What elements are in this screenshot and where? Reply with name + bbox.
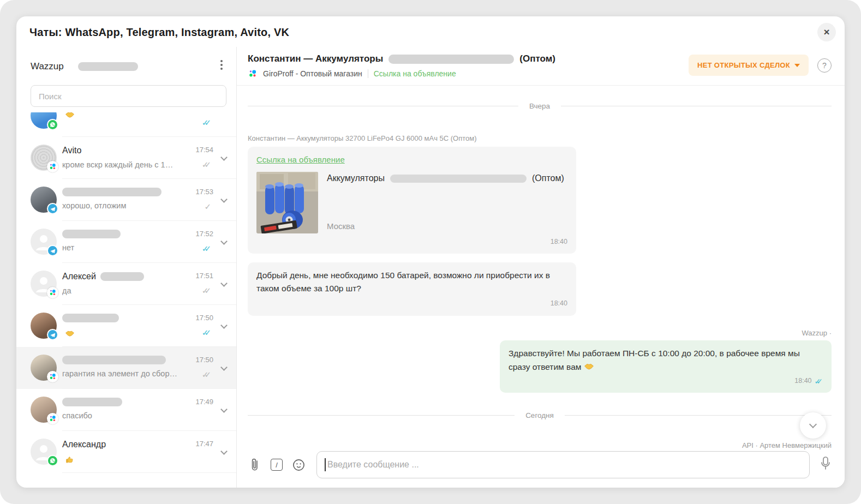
chevron-down-icon[interactable] [220, 448, 228, 455]
page-title: Чаты: WhatsApp, Telegram, Instagram, Avi… [29, 26, 289, 39]
read-status-icon: ✓✓ [815, 377, 823, 385]
chat-name: Александр [62, 440, 214, 449]
avatar [31, 145, 57, 171]
redacted-name [62, 356, 166, 364]
last-message [62, 112, 181, 119]
chat-time: 17:49 [195, 398, 213, 406]
channel-source: GiroProff - Оптовый магазин [263, 69, 362, 78]
chat-time: 17:47 [195, 440, 213, 448]
chevron-down-icon[interactable] [220, 322, 228, 329]
dropdown-arrow-icon [794, 64, 800, 67]
avito-icon [47, 161, 58, 172]
scroll-to-bottom-button[interactable] [800, 412, 826, 439]
telegram-icon [47, 329, 58, 340]
chat-panel: Константин — Аккумуляторы (Оптом) GiroPr… [237, 47, 845, 488]
delivered-status-icon: ✓✓ [202, 286, 211, 295]
chat-name: Avito [62, 146, 214, 155]
chat-time: 17:51 [195, 272, 213, 280]
last-message: спасибо [62, 411, 181, 420]
chat-name: Алексей [62, 272, 96, 281]
avito-icon [248, 69, 258, 79]
chat-time: 17:54 [195, 146, 213, 154]
chat-title: Константин — Аккумуляторы [248, 53, 383, 64]
avatar [31, 397, 57, 423]
app-window: Чаты: WhatsApp, Telegram, Instagram, Avi… [16, 16, 845, 488]
message-bubble-incoming: Добрый день, мне необходимо 150 батарей,… [248, 262, 576, 315]
handshake-emoji [64, 112, 75, 119]
redacted-name [100, 272, 144, 281]
delivered-status-icon: ✓✓ [202, 160, 211, 169]
redacted-title [388, 55, 514, 64]
composer: / [237, 451, 845, 488]
read-status-icon: ✓✓ [202, 328, 211, 337]
chevron-down-icon[interactable] [220, 406, 228, 413]
sent-status-icon: ✓✓ [204, 202, 211, 211]
sender-label: Wazzup · [802, 329, 832, 337]
delivered-status-icon: ✓✓ [202, 370, 211, 379]
chevron-down-icon[interactable] [220, 364, 228, 371]
chevron-down-icon[interactable] [220, 196, 228, 203]
whatsapp-icon [47, 119, 58, 130]
chevron-down-icon [809, 421, 817, 428]
emoji-icon[interactable] [289, 455, 308, 474]
list-item[interactable]: гарантия на элемент до сбор… 17:50 ✓✓ [16, 347, 236, 389]
attach-icon[interactable] [246, 455, 264, 474]
ad-link[interactable]: Ссылка на объявление [256, 155, 345, 164]
list-item[interactable]: хорошо, отложим 17:53 ✓✓ [16, 179, 236, 221]
kebab-menu-icon[interactable] [214, 58, 229, 72]
list-item[interactable]: нет 17:52 ✓✓ [16, 221, 236, 263]
date-divider: Сегодня [248, 411, 832, 419]
product-city: Москва [327, 220, 567, 233]
deals-dropdown-button[interactable]: НЕТ ОТКРЫТЫХ СДЕЛОК [689, 55, 809, 76]
close-icon[interactable]: × [817, 23, 836, 41]
templates-icon[interactable]: / [267, 455, 286, 474]
search-input[interactable] [31, 85, 226, 107]
avatar [31, 313, 57, 339]
chat-list: ✓✓ Avito кроме вскр каждый день с 1… 17:… [16, 112, 236, 488]
message-time: 18:40 [256, 237, 567, 247]
read-status-icon: ✓✓ [202, 118, 211, 127]
last-message [62, 327, 181, 338]
message-bubble-outgoing: Здравствуйте! Мы работаем ПН-СБ с 10:00 … [500, 340, 832, 393]
list-item[interactable]: Avito кроме вскр каждый день с 1… 17:54 … [16, 137, 236, 179]
brand-row: Wazzup [16, 47, 236, 77]
message-input[interactable] [316, 451, 810, 478]
read-status-icon: ✓✓ [202, 244, 211, 253]
microphone-icon[interactable] [820, 455, 834, 474]
help-icon[interactable]: ? [817, 58, 832, 73]
redacted-name [62, 188, 162, 196]
list-item[interactable]: Алексей да 17:51 ✓✓ [16, 263, 236, 305]
chat-time: 17:53 [195, 188, 213, 196]
avatar [31, 355, 57, 381]
telegram-icon [47, 203, 58, 214]
avatar [31, 187, 57, 213]
ad-link[interactable]: Ссылка на объявление [374, 69, 456, 78]
chevron-down-icon[interactable] [220, 280, 228, 287]
list-item[interactable]: спасибо 17:49 [16, 389, 236, 431]
screen: Чаты: WhatsApp, Telegram, Instagram, Avi… [0, 0, 861, 504]
product-title: Аккумуляторы [327, 172, 385, 185]
avito-icon [47, 413, 58, 424]
avatar [31, 439, 57, 465]
text-caret [325, 458, 326, 471]
last-message: гарантия на элемент до сбор… [62, 369, 181, 378]
date-divider: Вчера [248, 102, 832, 110]
message-history[interactable]: Вчера Константин — Аккумуляторы 32700 Li… [237, 86, 845, 451]
list-item[interactable]: ✓✓ [16, 112, 236, 137]
redacted-product [390, 175, 527, 183]
message-bubble-incoming: Ссылка на объявление [248, 147, 576, 254]
list-item[interactable]: Александр 17:47 [16, 431, 236, 473]
avatar [31, 112, 57, 129]
chat-time: 17:50 [195, 314, 213, 322]
last-message: хорошо, отложим [62, 201, 181, 210]
telegram-icon [47, 245, 58, 256]
chevron-down-icon[interactable] [220, 154, 228, 161]
list-item[interactable]: 17:50 ✓✓ [16, 305, 236, 347]
handshake-emoji [583, 360, 595, 371]
message-time: 18:40 [256, 298, 567, 309]
window-header: Чаты: WhatsApp, Telegram, Instagram, Avi… [16, 16, 845, 47]
last-message: нет [62, 243, 181, 252]
chat-time: 17:50 [195, 356, 213, 364]
last-message [62, 454, 181, 465]
chevron-down-icon[interactable] [220, 238, 228, 245]
